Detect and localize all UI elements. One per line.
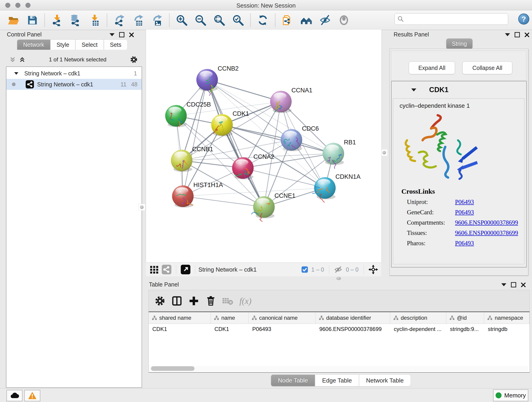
expand-all-icon[interactable] — [19, 56, 26, 63]
zoom-selected-icon[interactable] — [232, 14, 244, 26]
table-settings-gear-icon[interactable] — [154, 295, 166, 307]
column-header-canonical-name[interactable]: canonical name — [249, 312, 316, 324]
section-collapse-icon[interactable] — [411, 89, 416, 91]
tab-select[interactable]: Select — [75, 39, 104, 50]
memory-status-dot — [496, 392, 501, 398]
network-edge[interactable] — [183, 80, 207, 196]
tab-node-table[interactable]: Node Table — [271, 375, 315, 386]
share-view-icon[interactable] — [162, 265, 171, 274]
network-node[interactable] — [211, 114, 233, 136]
network-node[interactable] — [281, 129, 302, 151]
hide-glasses-icon[interactable] — [319, 14, 331, 26]
tab-string[interactable]: String — [446, 38, 472, 49]
network-canvas[interactable]: CCNB2CCNA1CDC25BCDK1CDC6RB1CCNB1CCNA2CDK… — [146, 30, 382, 262]
import-table-icon[interactable] — [89, 14, 101, 26]
help-button[interactable]: ? — [518, 13, 529, 25]
tab-sets[interactable]: Sets — [104, 39, 128, 50]
crosslink-value-link[interactable]: P06493 — [455, 209, 474, 216]
table-cell[interactable]: CDK1 — [149, 324, 211, 334]
gear-icon[interactable] — [130, 56, 138, 64]
table-cell[interactable]: 9606.ENSP00000378699 — [316, 324, 390, 334]
detach-view-icon[interactable] — [181, 265, 190, 274]
table-row[interactable]: CDK1CDK1P064939606.ENSP00000378699cyclin… — [149, 324, 530, 334]
delete-column-trash-icon[interactable] — [205, 295, 216, 307]
copy-network-icon[interactable] — [282, 14, 293, 26]
zoom-in-icon[interactable] — [176, 14, 188, 26]
expand-all-button[interactable]: Expand All — [409, 61, 455, 74]
refresh-layout-icon[interactable] — [257, 14, 269, 26]
panel-collapse-icon[interactable] — [109, 33, 114, 36]
network-node[interactable] — [232, 157, 254, 180]
table-cell[interactable]: cyclin-dependent ... — [390, 324, 446, 334]
home-icon[interactable] — [300, 14, 312, 26]
collapse-all-icon[interactable] — [9, 56, 16, 63]
crosslink-value-link[interactable]: 9606.ENSP00000378699 — [455, 230, 518, 236]
crosslink-value-link[interactable]: P06493 — [455, 198, 474, 206]
show-columns-icon[interactable] — [171, 295, 183, 307]
grid-view-icon[interactable] — [149, 265, 159, 274]
scrollbar-thumb[interactable] — [151, 366, 195, 371]
column-header--id[interactable]: @id — [446, 312, 484, 324]
collapse-all-button[interactable]: Collapse All — [462, 61, 512, 74]
network-node[interactable] — [323, 143, 344, 169]
column-header-name[interactable]: name — [211, 312, 249, 324]
panel-float-icon[interactable] — [515, 32, 520, 37]
tab-network[interactable]: Network — [17, 39, 51, 50]
import-network-icon[interactable] — [51, 14, 63, 26]
network-node[interactable] — [171, 150, 192, 172]
table-cell[interactable]: CDK1 — [211, 324, 249, 334]
panel-float-icon[interactable] — [511, 282, 516, 287]
panel-collapse-icon[interactable] — [505, 33, 510, 36]
memory-button[interactable]: Memory — [493, 389, 528, 401]
table-cell[interactable]: stringdb — [484, 324, 530, 334]
create-column-plus-icon[interactable] — [188, 295, 200, 307]
export-network-icon[interactable] — [114, 14, 125, 26]
network-edge[interactable] — [183, 196, 264, 207]
zoom-out-icon[interactable] — [195, 14, 206, 26]
column-header-database-identifier[interactable]: database identifier — [316, 312, 390, 324]
network-node[interactable] — [270, 91, 292, 113]
panel-close-icon[interactable] — [525, 32, 530, 37]
import-database-icon[interactable] — [70, 14, 82, 26]
open-session-icon[interactable] — [7, 14, 19, 26]
search-input[interactable] — [406, 14, 505, 23]
crosslink-value-link[interactable]: P06493 — [455, 240, 474, 247]
tab-style[interactable]: Style — [51, 39, 76, 50]
crosslink-value-link[interactable]: 9606.ENSP00000378699 — [455, 219, 518, 226]
table-horizontal-scrollbar[interactable] — [149, 366, 528, 371]
collection-expand-icon[interactable] — [14, 72, 18, 75]
column-header-shared-name[interactable]: shared name — [149, 312, 211, 324]
network-edge[interactable] — [243, 168, 325, 188]
tab-network-table[interactable]: Network Table — [359, 375, 411, 386]
left-splitter-handle[interactable] — [138, 204, 145, 211]
birds-eye-navigator-icon[interactable] — [368, 265, 378, 274]
panel-collapse-icon[interactable] — [501, 283, 506, 286]
panel-close-icon[interactable] — [521, 282, 526, 287]
column-header-description[interactable]: description — [390, 312, 446, 324]
network-node[interactable] — [196, 69, 218, 96]
network-node[interactable] — [312, 177, 336, 202]
network-collection-row[interactable]: String Network – cdk1 1 — [6, 68, 142, 79]
network-node[interactable] — [172, 185, 194, 208]
gene-section-header[interactable]: CDK1 — [392, 81, 526, 98]
export-image-icon[interactable] — [151, 14, 163, 26]
right-splitter-handle[interactable] — [381, 149, 388, 156]
network-node[interactable] — [251, 196, 275, 221]
warning-status-button[interactable] — [24, 390, 40, 401]
network-row-selected[interactable]: String Network – cdk1 11 48 — [6, 79, 142, 90]
network-node[interactable] — [165, 105, 187, 127]
zoom-fit-icon[interactable] — [213, 14, 225, 26]
table-cell[interactable]: stringdb:9... — [446, 324, 484, 334]
column-header-namespace[interactable]: namespace — [484, 312, 530, 324]
cloud-status-button[interactable] — [6, 390, 22, 401]
horizontal-splitter-handle[interactable] — [336, 277, 341, 280]
show-eye-icon[interactable] — [338, 14, 350, 26]
panel-close-icon[interactable] — [129, 32, 134, 37]
selected-checkbox-icon[interactable] — [301, 266, 308, 273]
table-cell[interactable]: P06493 — [249, 324, 316, 334]
network-edge[interactable] — [207, 80, 281, 102]
tab-edge-table[interactable]: Edge Table — [315, 375, 359, 386]
export-table-icon[interactable] — [132, 14, 144, 26]
save-session-icon[interactable] — [26, 14, 38, 26]
panel-float-icon[interactable] — [119, 32, 124, 37]
